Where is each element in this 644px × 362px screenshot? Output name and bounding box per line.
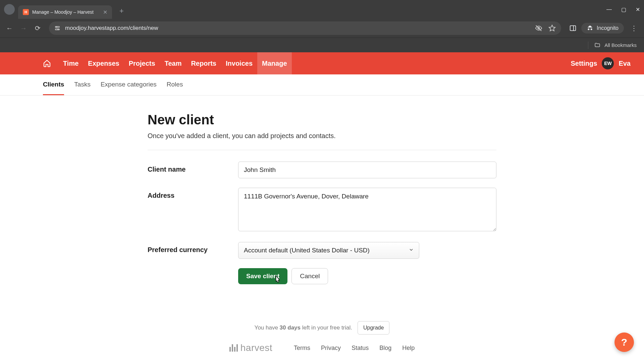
cancel-button[interactable]: Cancel	[291, 268, 328, 284]
address-label: Address	[148, 188, 238, 199]
nav-item-invoices[interactable]: Invoices	[221, 52, 257, 74]
side-panel-icon[interactable]	[569, 24, 577, 32]
app-header: TimeExpensesProjectsTeamReportsInvoicesM…	[0, 52, 644, 74]
footer-link-privacy[interactable]: Privacy	[321, 345, 341, 351]
browser-tab-strip: H Manage – Moodjoy – Harvest ✕ + — ▢ ✕	[0, 0, 644, 19]
url-text: moodjoy.harvestapp.com/clients/new	[65, 25, 530, 32]
settings-link[interactable]: Settings	[571, 60, 597, 67]
nav-item-manage[interactable]: Manage	[257, 52, 291, 74]
nav-item-time[interactable]: Time	[58, 52, 83, 74]
client-name-label: Client name	[148, 162, 238, 173]
eye-off-icon[interactable]	[535, 24, 542, 32]
client-name-input[interactable]	[238, 162, 496, 178]
svg-marker-6	[549, 25, 555, 31]
bookmarks-bar: All Bookmarks	[0, 38, 644, 52]
subtabs: ClientsTasksExpense categoriesRoles	[0, 74, 644, 96]
footer-link-terms[interactable]: Terms	[294, 345, 310, 351]
browser-menu-button[interactable]: ⋮	[629, 24, 639, 32]
svg-rect-7	[570, 26, 576, 31]
window-minimize-icon[interactable]: —	[606, 6, 612, 13]
new-tab-button[interactable]: +	[119, 7, 124, 15]
currency-label: Preferred currency	[148, 242, 238, 254]
tab-title: Manage – Moodjoy – Harvest	[32, 9, 100, 15]
window-close-icon[interactable]: ✕	[636, 6, 640, 13]
nav-item-projects[interactable]: Projects	[124, 52, 160, 74]
address-input[interactable]	[238, 188, 496, 231]
page-subtitle: Once you've added a client, you can add …	[148, 132, 496, 150]
save-client-button[interactable]: Save client	[238, 268, 287, 284]
nav-item-reports[interactable]: Reports	[186, 52, 221, 74]
browser-tab-active[interactable]: H Manage – Moodjoy – Harvest ✕	[18, 5, 112, 19]
subtab-expense-categories[interactable]: Expense categories	[101, 74, 157, 95]
page-title: New client	[148, 112, 496, 127]
incognito-indicator[interactable]: Incognito	[581, 23, 624, 34]
harvest-logo-icon	[229, 344, 238, 352]
footer-link-status[interactable]: Status	[352, 345, 369, 351]
star-icon[interactable]	[548, 24, 556, 32]
incognito-icon	[587, 25, 593, 32]
nav-item-expenses[interactable]: Expenses	[83, 52, 124, 74]
harvest-logo: harvest	[229, 343, 272, 353]
close-icon[interactable]: ✕	[103, 9, 107, 15]
svg-point-3	[58, 29, 59, 30]
subtab-clients[interactable]: Clients	[43, 74, 64, 95]
all-bookmarks-link[interactable]: All Bookmarks	[604, 42, 637, 48]
folder-icon	[594, 42, 600, 48]
subtab-roles[interactable]: Roles	[167, 74, 183, 95]
main-content: New client Once you've added a client, y…	[148, 96, 496, 284]
svg-point-2	[56, 26, 57, 27]
help-fab[interactable]: ?	[614, 333, 634, 352]
subtab-tasks[interactable]: Tasks	[74, 74, 91, 95]
user-name[interactable]: Eva	[619, 60, 631, 67]
footer-link-blog[interactable]: Blog	[379, 345, 391, 351]
forward-button[interactable]: →	[19, 24, 28, 32]
incognito-label: Incognito	[597, 25, 619, 31]
reload-button[interactable]: ⟳	[33, 24, 42, 32]
site-settings-icon	[54, 25, 60, 31]
back-button[interactable]: ←	[5, 24, 14, 32]
nav-item-team[interactable]: Team	[160, 52, 186, 74]
footer-link-help[interactable]: Help	[402, 345, 415, 351]
browser-profile-avatar[interactable]	[4, 4, 15, 15]
currency-select[interactable]: Account default (United States Dollar - …	[238, 242, 419, 259]
browser-toolbar: ← → ⟳ moodjoy.harvestapp.com/clients/new…	[0, 19, 644, 38]
address-bar[interactable]: moodjoy.harvestapp.com/clients/new	[49, 21, 561, 35]
trial-text: You have 30 days left in your free trial…	[255, 324, 352, 331]
upgrade-button[interactable]: Upgrade	[358, 321, 389, 335]
avatar[interactable]: EW	[602, 57, 614, 69]
currency-selected-value: Account default (United States Dollar - …	[244, 247, 370, 254]
home-icon[interactable]	[43, 59, 51, 67]
tab-favicon: H	[23, 9, 29, 15]
window-maximize-icon[interactable]: ▢	[621, 6, 626, 13]
footer: You have 30 days left in your free trial…	[0, 321, 644, 353]
